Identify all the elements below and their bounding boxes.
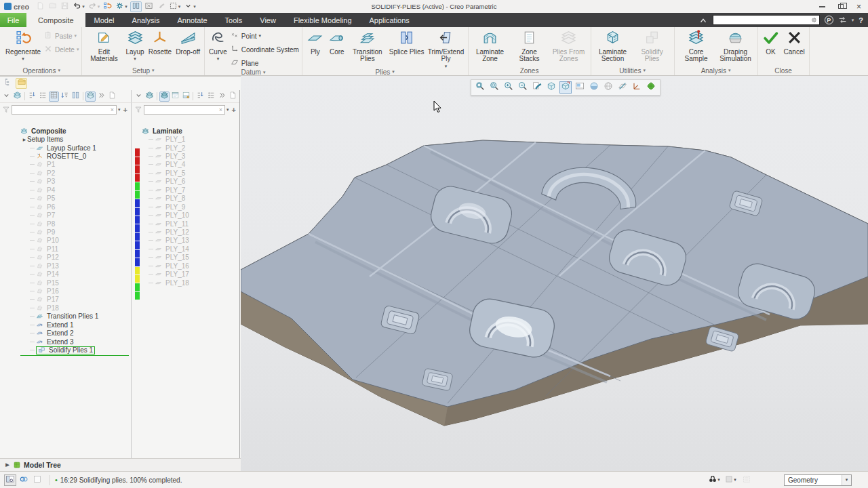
draping-simulation-button[interactable]: Draping Simulation (717, 28, 755, 63)
expand-icon[interactable]: ▶ (22, 137, 27, 142)
tree-item-p18[interactable]: P18 (0, 304, 131, 312)
group-label-zones[interactable]: Zones (471, 66, 588, 75)
tab-annotate[interactable]: Annotate (169, 13, 216, 27)
annotation-display-button[interactable] (631, 81, 643, 94)
point-button[interactable]: Point▾ (230, 30, 299, 41)
ply-item-ply-11[interactable]: PLY_11 (132, 220, 239, 228)
tree-item-p11[interactable]: P11 (0, 245, 131, 253)
solidify-plies-button[interactable]: Solidify Plies (633, 28, 671, 63)
filter-funnel-icon[interactable] (134, 106, 142, 114)
tree-item-extend-3[interactable]: Extend 3 (0, 338, 131, 346)
tree-item-composite[interactable]: Composite (0, 127, 131, 135)
tree-item-p2[interactable]: P2 (0, 169, 131, 177)
tree-item-extend-2[interactable]: Extend 2 (0, 329, 131, 338)
close-button[interactable]: × (850, 0, 868, 13)
add-filter-button[interactable]: + (231, 106, 237, 114)
tab-analysis[interactable]: Analysis (123, 13, 169, 27)
redo-button[interactable]: ▾ (87, 1, 101, 12)
tree-item-extend-1[interactable]: Extend 1 (0, 321, 131, 329)
layer-folder-tab[interactable] (16, 78, 27, 89)
tree-swap-button[interactable] (195, 92, 205, 102)
filter-dropdown-icon[interactable]: ▾ (118, 107, 121, 113)
web-link-button[interactable] (18, 474, 30, 486)
select-grid-button[interactable] (741, 474, 753, 486)
doc-new-button[interactable] (107, 92, 117, 102)
tree-item-laminate[interactable]: Laminate (132, 127, 239, 135)
tree-item-p17[interactable]: P17 (0, 296, 131, 304)
layup-button[interactable]: Layup▾ (124, 28, 145, 61)
command-search-input[interactable] (715, 16, 809, 24)
tree-item-p10[interactable]: P10 (0, 237, 131, 245)
tab-composite[interactable]: Composite (26, 13, 85, 27)
repaint-view-button[interactable] (531, 81, 543, 94)
help-icon[interactable]: ? (859, 16, 863, 24)
sync-arrow-icon[interactable]: ▾ (852, 18, 854, 23)
tab-view[interactable]: View (251, 13, 285, 27)
group-label-operations[interactable]: Operations▾ (4, 66, 79, 75)
selection-filter-combo[interactable]: Geometry ▾ (784, 474, 852, 486)
zoom-out-button[interactable] (517, 81, 529, 94)
doc-new-button[interactable] (228, 92, 238, 102)
view-manager-button[interactable] (574, 81, 586, 94)
clear-filter-icon[interactable]: × (110, 106, 115, 113)
tree-item-p4[interactable]: P4 (0, 186, 131, 194)
appearance-gallery-button[interactable] (588, 81, 600, 94)
regenerate-button[interactable]: Regenerate▾ (4, 28, 42, 61)
core-sample-button[interactable]: Core Sample (677, 28, 715, 63)
window-columns-button[interactable] (130, 1, 142, 12)
group-label-utilities[interactable]: Utilities▾ (594, 66, 671, 75)
tab-flexible-modeling[interactable]: Flexible Modeling (285, 13, 361, 27)
cancel-button[interactable]: Cancel (783, 28, 806, 56)
search-gear-icon[interactable] (810, 16, 818, 24)
tree-item-setup-items[interactable]: ▶Setup Items (0, 135, 131, 143)
save-file-button[interactable] (60, 1, 70, 12)
trim-extend-ply-button[interactable]: Trim/Extend Ply▾ (427, 28, 465, 68)
grid-box-button[interactable] (49, 92, 59, 102)
selection-box-button[interactable]: ▾ (168, 1, 182, 12)
ptc-account-badge[interactable]: P (825, 16, 833, 24)
plies-from-zones-button[interactable]: Plies From Zones (550, 28, 588, 63)
layers-button[interactable] (12, 92, 22, 102)
group-label-analysis[interactable]: Analysis▾ (677, 66, 755, 75)
paste-button[interactable]: Paste▾ (43, 30, 79, 41)
tree-item-p16[interactable]: P16 (0, 287, 131, 295)
graphics-area[interactable] (241, 76, 868, 471)
group-label-close[interactable]: Close (761, 66, 806, 75)
qat-menu-button[interactable]: ▾ (183, 1, 197, 12)
spin-center-button[interactable] (645, 81, 657, 94)
ply-item-ply-15[interactable]: PLY_15 (132, 253, 239, 262)
ply-item-ply-13[interactable]: PLY_13 (132, 237, 239, 245)
group-label-datum[interactable]: Datum▾ (208, 68, 299, 76)
settings-box-button[interactable] (85, 92, 96, 102)
combo-dropdown-icon[interactable]: ▾ (842, 475, 851, 485)
columns-button[interactable] (71, 92, 81, 102)
ply-item-ply-9[interactable]: PLY_9 (132, 203, 239, 211)
tab-applications[interactable]: Applications (361, 13, 418, 27)
laminate-section-button[interactable]: Laminate Section (594, 28, 632, 63)
tree-list-tab[interactable] (2, 78, 14, 89)
delete-button[interactable]: Delete▾ (43, 44, 79, 55)
expand-icon[interactable]: ▶ (5, 462, 10, 468)
clear-filter-icon[interactable]: × (218, 106, 223, 113)
chevrons-right-button[interactable] (96, 92, 106, 102)
tree-item-p1[interactable]: P1 (0, 161, 131, 169)
restore-button[interactable] (831, 0, 850, 13)
tab-tools[interactable]: Tools (216, 13, 252, 27)
ply-button[interactable]: Ply (305, 28, 326, 56)
blank-square-button[interactable] (31, 474, 43, 486)
panel-a-button[interactable] (170, 92, 180, 102)
tree-item-p3[interactable]: P3 (0, 178, 131, 186)
undo-button[interactable]: ▾ (72, 1, 85, 12)
stack-view-button[interactable] (159, 92, 170, 102)
sync-icon[interactable] (838, 16, 847, 24)
find-button[interactable]: ▾ (708, 474, 720, 486)
list-dots-button[interactable] (38, 92, 48, 102)
list-dots-button[interactable] (206, 92, 216, 102)
command-search[interactable] (713, 15, 820, 25)
ply-item-ply-6[interactable]: PLY_6 (132, 178, 239, 186)
ply-item-ply-1[interactable]: PLY_1 (132, 135, 239, 143)
tab-model[interactable]: Model (85, 13, 123, 27)
tree-item-transition-plies-1[interactable]: Transition Plies 1 (0, 312, 131, 321)
zoom-selected-button[interactable] (488, 81, 500, 94)
ok-button[interactable]: OK (761, 28, 781, 56)
